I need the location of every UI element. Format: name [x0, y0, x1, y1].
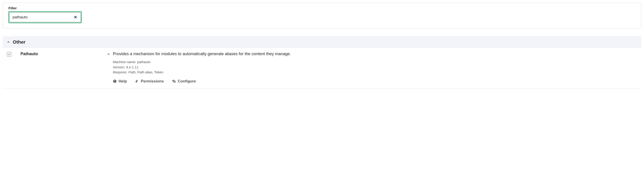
filter-panel: Filter ✕ — [3, 3, 641, 28]
machine-name-value: pathauto — [137, 60, 150, 64]
help-link-label: Help — [118, 79, 127, 84]
clear-filter-icon[interactable]: ✕ — [73, 15, 78, 20]
module-name: Pathauto — [20, 52, 107, 56]
gear-icon — [172, 79, 176, 83]
module-enable-checkbox[interactable] — [7, 52, 12, 57]
module-description: Provides a mechanism for modules to auto… — [113, 52, 291, 56]
version-label: Version: — [113, 65, 125, 69]
module-group-title: Other — [13, 39, 26, 45]
filter-input-wrapper: ✕ — [10, 12, 80, 22]
permissions-link[interactable]: Permissions — [135, 79, 164, 84]
chevron-up-icon — [7, 40, 10, 44]
help-icon — [113, 79, 117, 83]
configure-link[interactable]: Configure — [172, 79, 196, 84]
requires-label: Requires: — [113, 70, 128, 74]
filter-input[interactable] — [12, 15, 73, 19]
configure-link-label: Configure — [178, 79, 196, 84]
chevron-up-icon[interactable] — [107, 52, 110, 57]
module-meta: Machine name: pathauto Version: 8.x-1.11… — [113, 59, 291, 75]
module-group-header[interactable]: Other — [3, 36, 641, 48]
machine-name-label: Machine name: — [113, 60, 136, 64]
filter-label: Filter — [8, 6, 636, 10]
svg-point-3 — [136, 81, 137, 82]
module-row: Pathauto Provides a mechanism for module… — [3, 48, 641, 89]
module-links: Help Permissions Configure — [113, 79, 291, 84]
help-link[interactable]: Help — [113, 79, 127, 84]
key-icon — [135, 79, 139, 83]
filter-input-focus-ring: ✕ — [8, 11, 82, 23]
svg-point-1 — [114, 82, 115, 82]
version-value: 8.x-1.11 — [126, 65, 138, 69]
requires-value: Path, Path alias, Token — [128, 70, 163, 74]
svg-rect-5 — [138, 80, 138, 81]
permissions-link-label: Permissions — [141, 79, 164, 84]
